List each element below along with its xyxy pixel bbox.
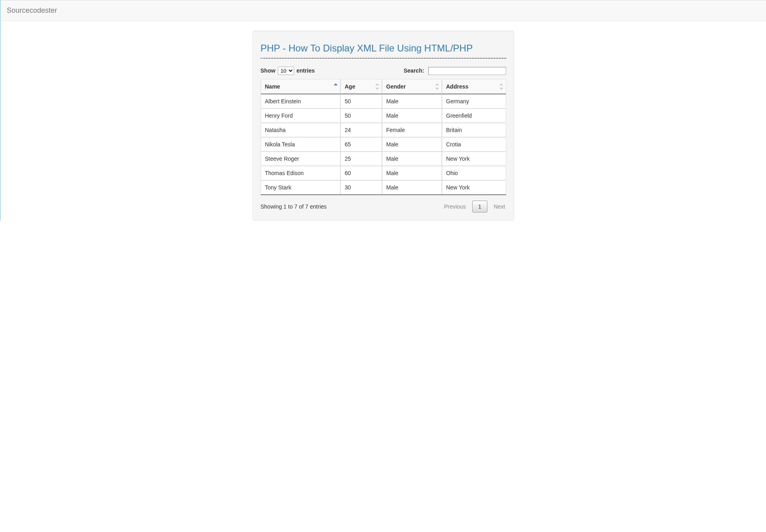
cell-gender: Male (382, 152, 442, 166)
table-row: Henry Ford50MaleGreenfield (261, 108, 506, 123)
column-header-gender[interactable]: Gender (382, 79, 442, 94)
page-title: PHP - How To Display XML File Using HTML… (261, 43, 506, 54)
cell-age: 30 (340, 180, 382, 195)
cell-gender: Male (382, 94, 442, 108)
cell-name: Thomas Edison (261, 166, 340, 180)
cell-address: New York (442, 180, 506, 195)
search-input[interactable] (428, 67, 506, 75)
cell-name: Nikola Tesla (261, 137, 340, 152)
cell-name: Albert Einstein (261, 94, 340, 108)
search-control: Search: (404, 67, 506, 75)
entries-length-control: Show 10 entries (261, 67, 315, 75)
navbar: Sourcecodester (0, 0, 766, 21)
column-label: Age (345, 83, 355, 90)
column-label: Gender (386, 83, 406, 90)
cell-address: Britain (442, 123, 506, 137)
page-number-button[interactable]: 1 (472, 201, 487, 213)
cell-gender: Male (382, 166, 442, 180)
cell-gender: Male (382, 180, 442, 195)
divider (261, 58, 506, 59)
column-header-age[interactable]: Age (340, 79, 382, 94)
cell-gender: Female (382, 123, 442, 137)
cell-address: Crotia (442, 137, 506, 152)
cell-name: Natasha (261, 123, 340, 137)
entries-label: entries (297, 67, 315, 74)
cell-age: 50 (340, 108, 382, 123)
previous-button[interactable]: Previous (443, 201, 466, 212)
cell-age: 60 (340, 166, 382, 180)
data-table: Name Age Gender Address (261, 79, 506, 195)
cell-age: 25 (340, 152, 382, 166)
cell-address: New York (442, 152, 506, 166)
sort-both-icon (435, 83, 439, 90)
cell-name: Henry Ford (261, 108, 340, 123)
cell-gender: Male (382, 108, 442, 123)
cell-address: Germany (442, 94, 506, 108)
content-well: PHP - How To Display XML File Using HTML… (253, 31, 514, 221)
table-row: Tony Stark30MaleNew York (261, 180, 506, 195)
search-label: Search: (404, 67, 424, 74)
sort-both-icon (499, 83, 503, 90)
table-row: Natasha24FemaleBritain (261, 123, 506, 137)
cell-address: Greenfield (442, 108, 506, 123)
table-row: Albert Einstein50MaleGermany (261, 94, 506, 108)
navbar-brand[interactable]: Sourcecodester (7, 0, 57, 21)
sort-both-icon (375, 83, 379, 90)
cell-age: 65 (340, 137, 382, 152)
cell-gender: Male (382, 137, 442, 152)
sort-asc-icon (334, 83, 338, 90)
column-header-address[interactable]: Address (442, 79, 506, 94)
table-header-row: Name Age Gender Address (261, 79, 506, 94)
table-row: Steeve Roger25MaleNew York (261, 152, 506, 166)
column-header-name[interactable]: Name (261, 79, 340, 94)
cell-age: 24 (340, 123, 382, 137)
pagination: Previous 1 Next (443, 201, 506, 213)
cell-address: Ohio (442, 166, 506, 180)
next-button[interactable]: Next (493, 201, 506, 212)
cell-name: Steeve Roger (261, 152, 340, 166)
table-info: Showing 1 to 7 of 7 entries (261, 203, 327, 210)
column-label: Name (265, 83, 280, 90)
cell-name: Tony Stark (261, 180, 340, 195)
table-row: Thomas Edison60MaleOhio (261, 166, 506, 180)
table-row: Nikola Tesla65MaleCrotia (261, 137, 506, 152)
entries-length-select[interactable]: 10 (278, 67, 294, 75)
show-label: Show (261, 67, 275, 74)
cell-age: 50 (340, 94, 382, 108)
column-label: Address (446, 83, 469, 90)
